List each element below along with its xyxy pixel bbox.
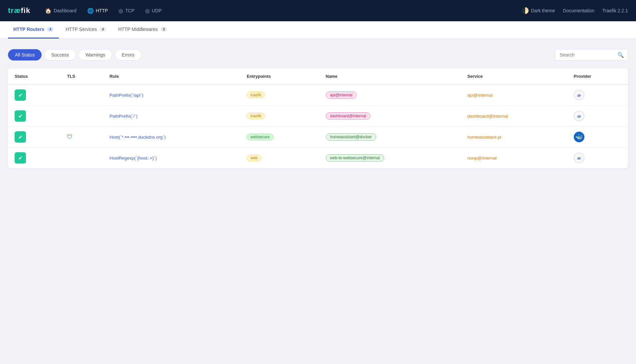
- documentation-link[interactable]: Documentation: [563, 8, 594, 13]
- cell-rule: Host(`*.•••.••••.duckdns.org`): [103, 127, 240, 148]
- cell-rule: PathPrefix(`/api`): [103, 84, 240, 106]
- tab-http-services[interactable]: HTTP Services 4: [60, 21, 111, 39]
- status-icon: ✔: [15, 110, 26, 122]
- entrypoint-badge: traefik: [247, 92, 265, 98]
- nav-tcp[interactable]: ◎ TCP: [114, 5, 138, 17]
- col-tls: TLS: [60, 68, 103, 84]
- rule-text: HostRegexp(`{host:.+}`): [109, 156, 157, 161]
- status-icon: ✔: [15, 131, 26, 143]
- cell-service: api@internal: [461, 84, 567, 106]
- nav-dashboard[interactable]: 🏠 Dashboard: [41, 5, 81, 17]
- filter-errors[interactable]: Errors: [115, 49, 141, 61]
- cell-entrypoint: websecure: [240, 127, 319, 148]
- nav-http[interactable]: 🌐 HTTP: [83, 5, 112, 17]
- dark-theme-toggle[interactable]: 🌓 Dark theme: [522, 7, 555, 14]
- nav-tcp-label: TCP: [125, 8, 134, 13]
- cell-entrypoint: traefik: [240, 84, 319, 106]
- service-text: noop@internal: [467, 156, 497, 161]
- name-badge: web-to-websecure@internal: [326, 154, 384, 162]
- rule-text: PathPrefix(`/`): [109, 114, 137, 119]
- tab-http-routers-label: HTTP Routers: [13, 27, 44, 32]
- cell-service: noop@internal: [461, 148, 567, 169]
- nav-udp-label: UDP: [152, 8, 162, 13]
- table-row[interactable]: ✔PathPrefix(`/api`)traefikapi@internalap…: [8, 84, 628, 106]
- nav-links: 🏠 Dashboard 🌐 HTTP ◎ TCP ◎ UDP: [41, 5, 166, 17]
- search-container: 🔍: [555, 49, 628, 61]
- provider-icon: æ: [574, 90, 584, 100]
- logo-prefix: træ: [8, 6, 21, 15]
- col-rule: Rule: [103, 68, 240, 84]
- logo: træfik: [8, 6, 30, 15]
- cell-rule: PathPrefix(`/`): [103, 106, 240, 127]
- cell-provider: æ: [567, 84, 628, 106]
- tab-http-services-label: HTTP Services: [66, 27, 97, 32]
- theme-icon: 🌓: [522, 7, 529, 14]
- cell-status: ✔: [8, 148, 60, 169]
- entrypoint-badge: web: [247, 155, 261, 161]
- filter-warnings[interactable]: Warnings: [79, 49, 112, 61]
- cell-status: ✔: [8, 127, 60, 148]
- cell-status: ✔: [8, 106, 60, 127]
- col-service: Service: [461, 68, 567, 84]
- cell-rule: HostRegexp(`{host:.+}`): [103, 148, 240, 169]
- table-row[interactable]: ✔HostRegexp(`{host:.+}`)webweb-to-websec…: [8, 148, 628, 169]
- cell-name: api@internal: [319, 84, 461, 106]
- nav-dashboard-label: Dashboard: [54, 8, 77, 13]
- cell-provider: æ: [567, 106, 628, 127]
- cell-name: dashboard@internal: [319, 106, 461, 127]
- rule-text: Host(`*.•••.••••.duckdns.org`): [109, 135, 166, 140]
- cell-name: homeassistant@docker: [319, 127, 461, 148]
- logo-suffix: fik: [21, 6, 30, 15]
- nav-udp[interactable]: ◎ UDP: [141, 5, 166, 17]
- cell-tls: [60, 106, 103, 127]
- col-name: Name: [319, 68, 461, 84]
- documentation-label: Documentation: [563, 8, 594, 13]
- service-text: homeassistant-pi: [467, 135, 501, 140]
- tab-http-routers-badge: 4: [47, 27, 54, 32]
- home-icon: 🏠: [45, 8, 52, 14]
- tls-shield-icon: 🛡: [67, 134, 96, 141]
- provider-icon: æ: [574, 111, 584, 121]
- cell-tls: [60, 148, 103, 169]
- tab-http-middlewares[interactable]: HTTP Middlewares 3: [113, 21, 172, 39]
- cell-entrypoint: web: [240, 148, 319, 169]
- entrypoint-badge: websecure: [247, 134, 273, 140]
- service-text: dashboard@internal: [467, 114, 508, 119]
- cell-service: dashboard@internal: [461, 106, 567, 127]
- nav-http-label: HTTP: [96, 8, 108, 13]
- entrypoint-badge: traefik: [247, 113, 265, 119]
- dark-theme-label: Dark theme: [531, 8, 555, 13]
- provider-icon: æ: [574, 153, 584, 163]
- service-text: api@internal: [467, 93, 493, 98]
- cell-status: ✔: [8, 84, 60, 106]
- tab-http-routers[interactable]: HTTP Routers 4: [8, 21, 59, 39]
- col-status: Status: [8, 68, 60, 84]
- provider-icon: 🐳: [574, 132, 584, 142]
- name-badge: homeassistant@docker: [326, 133, 376, 141]
- cell-name: web-to-websecure@internal: [319, 148, 461, 169]
- name-badge: dashboard@internal: [326, 112, 370, 120]
- sub-tabs: HTTP Routers 4 HTTP Services 4 HTTP Midd…: [0, 21, 636, 39]
- filter-success[interactable]: Success: [44, 49, 76, 61]
- name-badge: api@internal: [326, 91, 357, 99]
- status-icon: ✔: [15, 89, 26, 101]
- tcp-icon: ◎: [118, 8, 123, 14]
- filter-bar: All Status Success Warnings Errors 🔍: [8, 49, 628, 61]
- filter-all-status[interactable]: All Status: [8, 49, 42, 61]
- navbar-right: 🌓 Dark theme Documentation Traefik 2.2.1: [522, 7, 628, 14]
- http-icon: 🌐: [87, 8, 94, 14]
- cell-provider: 🐳: [567, 127, 628, 148]
- tab-http-middlewares-badge: 3: [160, 27, 167, 32]
- cell-provider: æ: [567, 148, 628, 169]
- table-header-row: Status TLS Rule Entrypoints Name Service…: [8, 68, 628, 84]
- table-row[interactable]: ✔🛡Host(`*.•••.••••.duckdns.org`)websecur…: [8, 127, 628, 148]
- routers-table: Status TLS Rule Entrypoints Name Service…: [8, 68, 628, 168]
- col-entrypoints: Entrypoints: [240, 68, 319, 84]
- table-row[interactable]: ✔PathPrefix(`/`)traefikdashboard@interna…: [8, 106, 628, 127]
- version-label: Traefik 2.2.1: [602, 8, 628, 13]
- status-icon: ✔: [15, 152, 26, 164]
- col-provider: Provider: [567, 68, 628, 84]
- navbar: træfik 🏠 Dashboard 🌐 HTTP ◎ TCP ◎ UDP 🌓 …: [0, 0, 636, 21]
- search-input[interactable]: [555, 49, 628, 61]
- tab-http-middlewares-label: HTTP Middlewares: [118, 27, 158, 32]
